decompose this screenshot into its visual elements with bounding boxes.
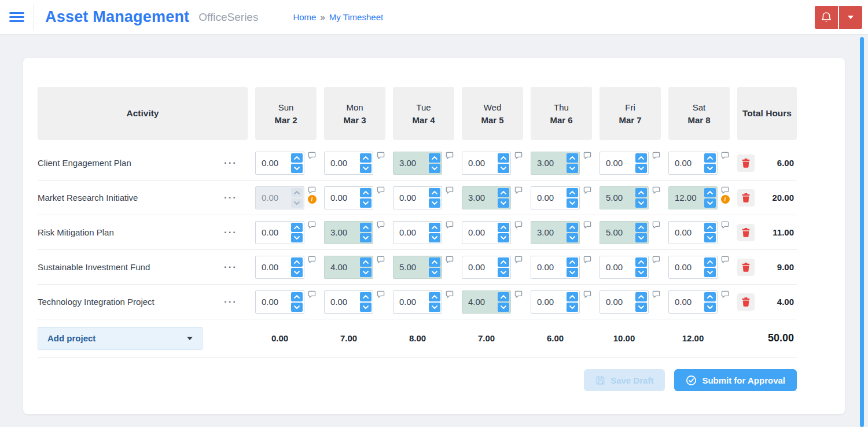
hours-input[interactable] xyxy=(670,158,704,168)
comment-button[interactable] xyxy=(583,186,591,194)
hours-input[interactable] xyxy=(670,193,704,203)
spinner-down-button[interactable] xyxy=(429,164,440,173)
spinner-down-button[interactable] xyxy=(567,303,578,312)
spinner-up-button[interactable] xyxy=(429,223,440,232)
comment-button[interactable] xyxy=(514,186,523,194)
hours-input[interactable] xyxy=(464,227,498,237)
comment-button[interactable] xyxy=(446,221,454,229)
spinner-up-button[interactable] xyxy=(498,257,509,267)
hours-input[interactable] xyxy=(257,158,291,168)
comment-button[interactable] xyxy=(308,186,316,194)
comment-button[interactable] xyxy=(377,221,385,229)
comment-button[interactable] xyxy=(308,221,316,229)
spinner-up-button[interactable] xyxy=(567,153,578,163)
spinner-down-button[interactable] xyxy=(704,164,716,173)
comment-button[interactable] xyxy=(514,152,523,159)
spinner-down-button[interactable] xyxy=(498,164,509,173)
row-menu-button[interactable]: ··· xyxy=(222,227,240,238)
spinner-up-button[interactable] xyxy=(635,292,647,301)
spinner-down-button[interactable] xyxy=(291,268,303,277)
spinner-down-button[interactable] xyxy=(567,268,578,277)
spinner-down-button[interactable] xyxy=(498,233,509,242)
spinner-up-button[interactable] xyxy=(567,292,578,301)
comment-button[interactable] xyxy=(377,152,385,159)
spinner-up-button[interactable] xyxy=(498,153,509,163)
comment-button[interactable] xyxy=(514,256,523,263)
spinner-down-button[interactable] xyxy=(291,198,303,208)
vertical-scrollbar[interactable] xyxy=(860,37,864,427)
comment-button[interactable] xyxy=(652,290,660,298)
comment-button[interactable] xyxy=(446,290,454,298)
hours-input[interactable] xyxy=(326,262,360,272)
spinner-up-button[interactable] xyxy=(635,188,647,197)
delete-row-button[interactable] xyxy=(737,154,755,172)
comment-button[interactable] xyxy=(514,221,523,229)
hours-input[interactable] xyxy=(395,158,429,168)
hours-input[interactable] xyxy=(601,262,635,272)
spinner-up-button[interactable] xyxy=(291,188,303,197)
spinner-down-button[interactable] xyxy=(498,268,509,277)
spinner-down-button[interactable] xyxy=(567,233,578,242)
spinner-up-button[interactable] xyxy=(498,188,509,197)
spinner-up-button[interactable] xyxy=(360,257,372,267)
spinner-up-button[interactable] xyxy=(360,292,372,301)
hours-input[interactable] xyxy=(601,297,635,307)
comment-button[interactable] xyxy=(652,256,660,263)
comment-button[interactable] xyxy=(721,152,729,159)
hours-input[interactable] xyxy=(257,227,291,237)
hours-input[interactable] xyxy=(395,262,429,272)
spinner-up-button[interactable] xyxy=(291,223,303,232)
hours-input[interactable] xyxy=(395,297,429,307)
hours-input[interactable] xyxy=(464,262,498,272)
spinner-up-button[interactable] xyxy=(429,292,440,301)
spinner-down-button[interactable] xyxy=(291,303,303,312)
spinner-up-button[interactable] xyxy=(704,223,716,232)
comment-button[interactable] xyxy=(721,186,729,194)
spinner-down-button[interactable] xyxy=(498,303,509,312)
account-dropdown-button[interactable] xyxy=(839,6,862,29)
comment-button[interactable] xyxy=(583,221,591,229)
row-menu-button[interactable]: ··· xyxy=(222,262,240,273)
spinner-down-button[interactable] xyxy=(429,303,440,312)
spinner-up-button[interactable] xyxy=(704,153,716,163)
hours-input[interactable] xyxy=(532,227,567,237)
spinner-up-button[interactable] xyxy=(635,223,647,232)
spinner-up-button[interactable] xyxy=(704,188,716,197)
hours-input[interactable] xyxy=(532,297,567,307)
delete-row-button[interactable] xyxy=(737,189,755,207)
comment-button[interactable] xyxy=(308,290,316,298)
spinner-down-button[interactable] xyxy=(635,303,647,312)
hours-input[interactable] xyxy=(326,193,360,203)
hours-input[interactable] xyxy=(257,193,291,203)
delete-row-button[interactable] xyxy=(737,293,755,311)
row-menu-button[interactable]: ··· xyxy=(222,157,240,169)
hours-input[interactable] xyxy=(601,193,635,203)
menu-button[interactable] xyxy=(0,0,33,35)
comment-button[interactable] xyxy=(583,256,591,263)
spinner-down-button[interactable] xyxy=(360,303,372,312)
spinner-up-button[interactable] xyxy=(704,257,716,267)
comment-button[interactable] xyxy=(377,256,385,263)
spinner-down-button[interactable] xyxy=(704,268,716,277)
spinner-up-button[interactable] xyxy=(291,292,303,301)
comment-button[interactable] xyxy=(652,221,660,229)
hours-input[interactable] xyxy=(670,297,704,307)
hours-input[interactable] xyxy=(326,158,360,168)
hours-input[interactable] xyxy=(257,262,291,272)
hours-input[interactable] xyxy=(532,262,567,272)
spinner-down-button[interactable] xyxy=(567,164,578,173)
spinner-up-button[interactable] xyxy=(567,188,578,197)
spinner-up-button[interactable] xyxy=(429,153,440,163)
row-menu-button[interactable]: ··· xyxy=(222,192,240,204)
spinner-down-button[interactable] xyxy=(429,198,440,208)
spinner-down-button[interactable] xyxy=(360,233,372,242)
submit-for-approval-button[interactable]: Submit for Approval xyxy=(674,369,797,391)
add-project-select[interactable]: Add project xyxy=(38,327,203,350)
breadcrumb-home-link[interactable]: Home xyxy=(293,12,316,22)
hours-input[interactable] xyxy=(670,227,704,237)
comment-button[interactable] xyxy=(583,152,591,159)
spinner-up-button[interactable] xyxy=(635,257,647,267)
spinner-down-button[interactable] xyxy=(704,233,716,242)
row-menu-button[interactable]: ··· xyxy=(222,296,240,308)
spinner-down-button[interactable] xyxy=(567,198,578,208)
